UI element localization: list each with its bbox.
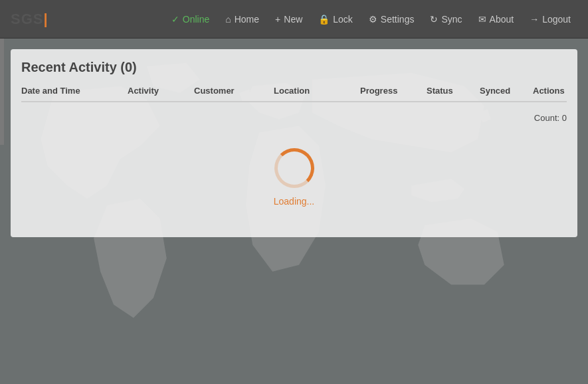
nav-label-settings: Settings [381,14,415,25]
col-header-status: Status [427,86,480,96]
nav-item-sync[interactable]: ↻ Sync [423,10,468,29]
count-row: Count: 0 [21,108,567,128]
nav-label-online: Online [183,14,209,25]
lock-icon: 🔒 [318,14,330,25]
navbar: SGS| ✓ Online ⌂ Home + New 🔒 Lock ⚙ Sett… [0,0,588,39]
main-content: Recent Activity (0) Date and Time Activi… [0,39,588,248]
loading-spinner [274,148,314,188]
col-header-location: Location [274,86,360,96]
col-header-date-time: Date and Time [21,86,128,96]
nav-label-about: About [490,14,514,25]
brand-name: SGS [11,11,43,27]
col-header-activity: Activity [128,86,194,96]
online-icon: ✓ [171,14,179,25]
col-header-actions: Actions [533,86,567,96]
gear-icon: ⚙ [369,14,377,25]
col-header-progress: Progress [360,86,427,96]
loading-container: Loading... [21,128,567,227]
nav-label-home: Home [235,14,259,25]
sync-icon: ↻ [430,14,438,25]
plus-icon: + [275,14,280,25]
loading-text: Loading... [274,196,315,207]
brand-logo: SGS| [11,11,52,28]
about-icon: ✉ [478,14,486,25]
nav-label-new: New [284,14,302,25]
nav-label-sync: Sync [441,14,462,25]
panel-title: Recent Activity (0) [21,60,567,75]
brand: SGS| [11,11,52,28]
nav-label-logout: Logout [542,14,571,25]
nav-item-home[interactable]: ⌂ Home [219,10,266,29]
nav-label-lock: Lock [333,14,353,25]
col-header-synced: Synced [480,86,533,96]
nav-item-settings[interactable]: ⚙ Settings [362,10,421,29]
col-header-customer: Customer [194,86,274,96]
nav-item-lock[interactable]: 🔒 Lock [312,10,359,29]
nav-menu: ✓ Online ⌂ Home + New 🔒 Lock ⚙ Settings … [165,10,577,29]
brand-bar: | [43,11,48,27]
nav-item-new[interactable]: + New [268,10,309,29]
table-header: Date and Time Activity Customer Location… [21,86,567,102]
count-label: Count: 0 [534,113,567,123]
nav-item-logout[interactable]: → Logout [523,10,577,29]
nav-item-online[interactable]: ✓ Online [165,10,216,29]
recent-activity-panel: Recent Activity (0) Date and Time Activi… [11,49,577,237]
logout-icon: → [530,14,539,25]
home-icon: ⌂ [225,14,231,25]
nav-item-about[interactable]: ✉ About [472,10,521,29]
